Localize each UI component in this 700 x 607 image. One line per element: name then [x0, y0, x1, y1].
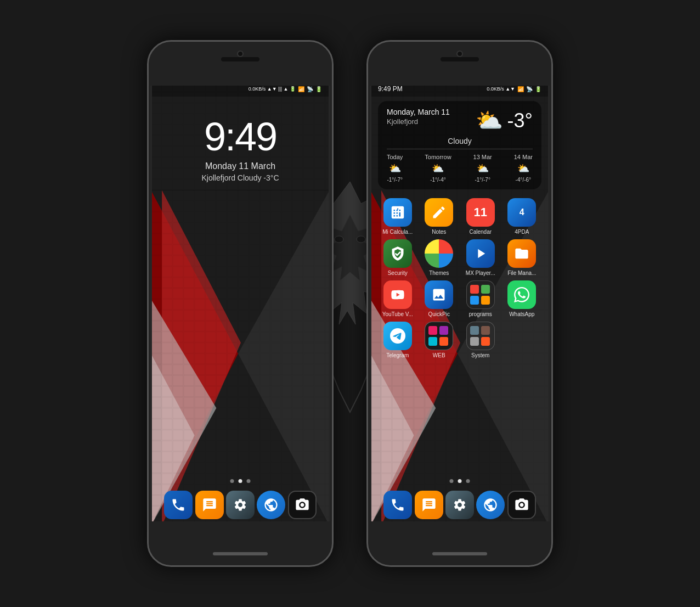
app-calculator[interactable]: Mi Calcula...: [378, 198, 417, 235]
left-vol-up: [332, 140, 334, 168]
right-dock-settings[interactable]: [445, 491, 474, 519]
left-signal-icon: 📶: [298, 86, 304, 92]
app-youtube[interactable]: YouTube V...: [378, 280, 417, 317]
forecast-day3-label: 13 Mar: [473, 154, 492, 160]
youtube-icon: [383, 280, 412, 309]
dock-camera[interactable]: [288, 491, 317, 519]
right-signal-icon: 📶: [517, 86, 524, 92]
notes-label: Notes: [432, 229, 446, 235]
camera-icon: [288, 491, 317, 519]
right-dock-camera[interactable]: [507, 491, 536, 519]
lock-screen-content: 9:49 Monday 11 March Kjollefjord Cloudy …: [152, 114, 329, 182]
system-icon: [466, 322, 495, 350]
whatsapp-label: WhatsApp: [509, 311, 534, 317]
youtube-label: YouTube V...: [382, 311, 413, 317]
forecast-day4: 14 Mar ⛅ -4°/-6°: [514, 154, 533, 183]
app-programs[interactable]: programs: [461, 280, 500, 317]
forecast-day3-icon: ⛅: [477, 162, 489, 175]
right-home-bar: [432, 552, 487, 555]
forecast-day4-temp: -4°/-6°: [516, 177, 532, 183]
dock-settings[interactable]: [226, 491, 255, 519]
left-battery-icon: 🔋: [315, 86, 322, 92]
right-phone-screen: 9:49 PM 0.0KB/s ▲▼ 📶 📡 🔋 Monday, March 1…: [371, 81, 548, 526]
right-dock-browser[interactable]: [476, 491, 505, 519]
weather-widget: Monday, March 11 Kjollefjord ⛅ -3° Cloud…: [378, 101, 541, 189]
themes-icon: [425, 239, 453, 268]
calc-label: Mi Calcula...: [382, 229, 413, 235]
right-dot-3: [466, 479, 470, 483]
phones-container: 0.0KB/s ▲▼ ||| ▲ 🔋 📶 📡 🔋 9:49 Monday 11 …: [147, 40, 553, 567]
notes-icon: [425, 198, 453, 227]
calc-icon: [383, 198, 412, 227]
app-4pda[interactable]: 4 4PDA: [503, 198, 542, 235]
weather-main: ⛅ -3°: [476, 108, 533, 133]
right-browser-icon: [476, 491, 505, 519]
forecast-today-icon: ⛅: [389, 162, 401, 175]
right-battery-icon: 🔋: [535, 86, 541, 92]
telegram-label: Telegram: [386, 352, 409, 358]
app-security[interactable]: Security: [378, 239, 417, 276]
right-wifi-icon: 📡: [526, 86, 533, 92]
home-screen-content: Monday, March 11 Kjollefjord ⛅ -3° Cloud…: [371, 97, 548, 482]
left-status-bar: 0.0KB/s ▲▼ ||| ▲ 🔋 📶 📡 🔋: [152, 81, 329, 97]
right-dock-phone[interactable]: [383, 491, 412, 519]
4pda-icon: 4: [507, 198, 536, 227]
left-phone: 0.0KB/s ▲▼ ||| ▲ 🔋 📶 📡 🔋 9:49 Monday 11 …: [147, 40, 334, 567]
forecast-tomorrow-temp: -1°/-4°: [430, 177, 446, 183]
4pda-label: 4PDA: [515, 229, 529, 235]
app-notes[interactable]: Notes: [420, 198, 459, 235]
right-vol-down: [552, 173, 553, 201]
weather-temp: -3°: [507, 109, 533, 132]
right-status-icons: 0.0KB/s ▲▼ 📶 📡 🔋: [487, 86, 541, 92]
right-dot-2: [458, 479, 462, 483]
right-vol-up: [552, 140, 553, 168]
forecast-today-label: Today: [387, 154, 403, 160]
left-phone-speaker: [221, 57, 259, 61]
app-quickpic[interactable]: QuickPic: [420, 280, 459, 317]
app-calendar[interactable]: 11 Calendar: [461, 198, 500, 235]
calendar-label: Calendar: [469, 229, 492, 235]
forecast-tomorrow-icon: ⛅: [432, 162, 444, 175]
app-telegram[interactable]: Telegram: [378, 322, 417, 358]
left-dock: [152, 491, 329, 519]
calendar-icon: 11: [466, 198, 495, 227]
right-power-btn: [366, 151, 368, 190]
right-dock-messages[interactable]: [415, 491, 443, 519]
weather-forecast: Today ⛅ -1°/-7° Tomorrow ⛅ -1°/-4° 13 Ma…: [387, 149, 533, 183]
left-phone-screen: 0.0KB/s ▲▼ ||| ▲ 🔋 📶 📡 🔋 9:49 Monday 11 …: [152, 81, 329, 526]
forecast-tomorrow: Tomorrow ⛅ -1°/-4°: [425, 154, 451, 183]
app-grid: Mi Calcula... Notes 11 Calend: [371, 194, 548, 363]
right-dot-1: [450, 479, 454, 483]
dock-phone[interactable]: [164, 491, 193, 519]
weather-top: Monday, March 11 Kjollefjord ⛅ -3°: [387, 108, 533, 133]
telegram-icon: [383, 322, 412, 350]
right-page-dots: [450, 479, 470, 483]
dock-messages[interactable]: [195, 491, 224, 519]
files-label: File Mana...: [507, 270, 536, 276]
app-files[interactable]: File Mana...: [503, 239, 542, 276]
app-mx-player[interactable]: MX Player...: [461, 239, 500, 276]
app-themes[interactable]: Themes: [420, 239, 459, 276]
weather-icon: ⛅: [476, 108, 503, 133]
dot-2: [239, 479, 242, 483]
themes-label: Themes: [429, 270, 449, 276]
dock-browser[interactable]: [257, 491, 285, 519]
left-page-dots: [230, 479, 251, 483]
system-label: System: [471, 352, 489, 358]
right-phone-speaker: [441, 57, 479, 61]
browser-icon: [257, 491, 285, 519]
forecast-day4-label: 14 Mar: [514, 154, 533, 160]
app-system[interactable]: System: [461, 322, 500, 358]
left-status-icons: 0.0KB/s ▲▼ ||| ▲ 🔋 📶 📡 🔋: [249, 86, 322, 92]
app-web[interactable]: WEB: [420, 322, 459, 358]
right-status-time: 9:49 PM: [378, 85, 403, 93]
forecast-today: Today ⛅ -1°/-7°: [387, 154, 403, 183]
security-icon: [383, 239, 412, 268]
weather-date: Monday, March 11: [387, 108, 450, 116]
right-status-bar: 9:49 PM 0.0KB/s ▲▼ 📶 📡 🔋: [371, 81, 548, 97]
left-power-btn: [147, 151, 148, 190]
app-whatsapp[interactable]: WhatsApp: [503, 280, 542, 317]
lock-time: 9:49: [204, 114, 276, 159]
right-camera-icon: [507, 491, 536, 519]
left-phone-camera: [237, 50, 244, 57]
